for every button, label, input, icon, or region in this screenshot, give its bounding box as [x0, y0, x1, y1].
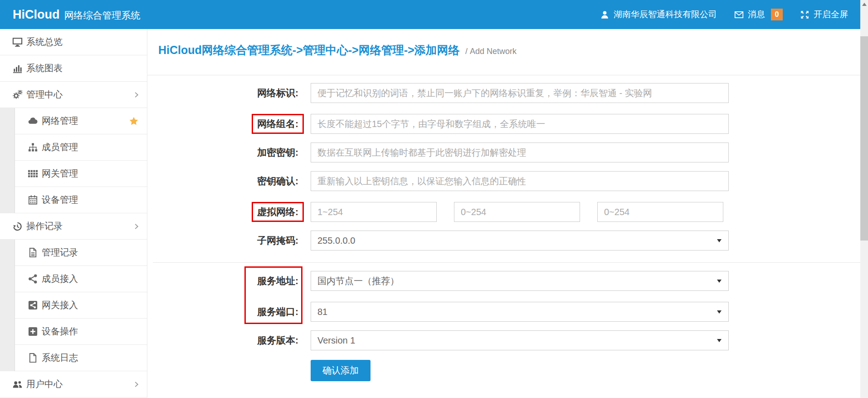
confirm-add-button[interactable]: 确认添加: [311, 360, 371, 381]
messages-count-badge: 0: [771, 9, 783, 20]
gears-icon: [12, 89, 23, 100]
subnet-mask-label: 子网掩码:: [147, 234, 298, 247]
fullscreen-label: 开启全屏: [814, 9, 848, 20]
chevron-right-icon: [132, 380, 141, 388]
calendar-icon: [27, 195, 38, 206]
sidebar-item-user-center[interactable]: 用户中心: [0, 371, 147, 398]
network-group-name-label: 网络组名:: [257, 118, 298, 129]
desktop-icon: [12, 37, 23, 48]
form-row-network-group-name: 网络组名:: [147, 114, 868, 134]
grid-icon: [27, 168, 38, 179]
share-icon: [27, 274, 38, 285]
messages-label: 消息: [748, 9, 765, 20]
form-row-encryption-key: 加密密钥:: [147, 142, 868, 162]
breadcrumb-suffix: / Add Network: [465, 47, 517, 56]
form-row-key-confirm: 密钥确认:: [147, 171, 868, 191]
sidebar-item-member-access[interactable]: 成员接入: [0, 266, 147, 292]
service-port-select[interactable]: 81: [311, 302, 729, 322]
history-icon: [12, 221, 23, 232]
network-group-name-input[interactable]: [311, 114, 729, 134]
form-row-network-id: 网络标识:: [147, 83, 868, 103]
messages-button[interactable]: 消息 0: [734, 9, 783, 20]
sidebar-item-system-logs[interactable]: 系统日志: [0, 345, 147, 371]
service-version-value: Version 1: [317, 335, 355, 346]
form-row-service-version: 服务版本: Version 1: [147, 330, 868, 350]
sidebar: 系统总览 系统图表 管理中心: [0, 29, 147, 398]
brand-name: HiCloud: [13, 8, 59, 22]
favorite-star-icon[interactable]: [129, 116, 139, 126]
service-port-label: 服务端口:: [147, 305, 298, 318]
subnet-mask-value: 255.0.0.0: [317, 236, 355, 246]
sidebar-item-device-management[interactable]: 设备管理: [0, 187, 147, 213]
subnet-mask-select[interactable]: 255.0.0.0: [311, 231, 729, 251]
form-row-subnet-mask: 子网掩码: 255.0.0.0: [147, 231, 868, 251]
users-icon: [12, 379, 23, 390]
encryption-key-label: 加密密钥:: [147, 146, 298, 159]
sidebar-item-member-management[interactable]: 成员管理: [0, 134, 147, 161]
sidebar-item-operation-records[interactable]: 操作记录: [0, 213, 147, 240]
main-content: HiCloud网络综合管理系统->管理中心->网络管理->添加网络 / Add …: [147, 29, 868, 398]
app-logo: HiCloud 网络综合管理系统: [13, 8, 140, 22]
sidebar-item-label: 网关接入: [42, 299, 78, 311]
cloud-icon: [27, 116, 38, 127]
key-confirm-input[interactable]: [311, 171, 729, 191]
sidebar-item-label: 用户中心: [26, 378, 63, 390]
caret-down-icon: [717, 239, 722, 242]
virtual-network-octet3-input[interactable]: [597, 202, 723, 222]
sidebar-item-label: 网络管理: [42, 115, 78, 127]
form-row-service-port: 服务端口: 81: [147, 302, 868, 322]
form-row-virtual-network: 虚拟网络:: [147, 202, 868, 222]
network-id-input[interactable]: [311, 83, 729, 103]
breadcrumb: HiCloud网络综合管理系统->管理中心->网络管理->添加网络 / Add …: [147, 29, 868, 75]
encryption-key-input[interactable]: [311, 142, 729, 162]
service-address-label: 服务地址:: [147, 275, 298, 287]
sidebar-item-label: 系统日志: [42, 352, 78, 364]
service-version-select[interactable]: Version 1: [311, 330, 729, 350]
fullscreen-button[interactable]: 开启全屏: [800, 9, 848, 20]
caret-down-icon: [717, 339, 722, 342]
service-fields-group: 服务地址: 国内节点一（推荐） 服务端口: 81: [147, 271, 868, 322]
breadcrumb-path: HiCloud网络综合管理系统->管理中心->网络管理->添加网络: [158, 44, 460, 56]
scrollbar-thumb[interactable]: [860, 36, 868, 241]
service-version-label: 服务版本:: [147, 334, 298, 347]
sidebar-item-label: 管理中心: [26, 88, 63, 101]
sidebar-item-system-overview[interactable]: 系统总览: [0, 29, 147, 55]
virtual-network-octet2-input[interactable]: [454, 202, 580, 222]
virtual-network-octet1-input[interactable]: [311, 202, 437, 222]
service-address-select[interactable]: 国内节点一（推荐）: [311, 271, 729, 291]
sidebar-item-label: 操作记录: [26, 220, 63, 232]
account-menu[interactable]: 湖南华辰智通科技有限公司: [600, 9, 717, 20]
user-icon: [600, 10, 610, 20]
sidebar-item-label: 系统总览: [26, 36, 63, 48]
sidebar-item-label: 设备管理: [42, 194, 78, 206]
caret-down-icon: [717, 280, 722, 283]
sidebar-item-system-charts[interactable]: 系统图表: [0, 55, 147, 82]
scrollbar[interactable]: [860, 0, 868, 398]
sidebar-item-gateway-access[interactable]: 网关接入: [0, 292, 147, 319]
sidebar-item-device-operations[interactable]: 设备操作: [0, 319, 147, 345]
sidebar-item-label: 设备操作: [42, 325, 78, 338]
scrollbar-up-arrow-icon[interactable]: [862, 3, 867, 6]
form-row-service-address: 服务地址: 国内节点一（推荐）: [147, 271, 868, 291]
sidebar-item-management-center[interactable]: 管理中心: [0, 82, 147, 108]
envelope-icon: [734, 10, 744, 20]
virtual-network-label: 虚拟网络:: [257, 206, 298, 217]
share-square-icon: [27, 300, 38, 311]
chevron-right-icon: [132, 222, 141, 231]
sidebar-item-network-management[interactable]: 网络管理: [0, 108, 147, 134]
company-name: 湖南华辰智通科技有限公司: [614, 9, 717, 20]
sidebar-item-label: 成员接入: [42, 273, 78, 285]
annotation-box-virtual-network: 虚拟网络:: [252, 202, 304, 222]
topbar-right: 湖南华辰智通科技有限公司 消息 0 开启全屏: [600, 9, 854, 20]
sidebar-item-management-records[interactable]: 管理记录: [0, 240, 147, 266]
sidebar-item-label: 系统图表: [26, 62, 63, 74]
file-text-icon: [27, 247, 38, 258]
key-confirm-label: 密钥确认:: [147, 175, 298, 187]
network-id-label: 网络标识:: [147, 87, 298, 99]
sidebar-item-label: 管理记录: [42, 246, 78, 259]
bar-chart-icon: [12, 63, 23, 74]
sidebar-item-gateway-management[interactable]: 网关管理: [0, 161, 147, 187]
file-icon: [27, 353, 38, 364]
plus-square-icon: [27, 326, 38, 337]
fullscreen-icon: [800, 10, 809, 20]
